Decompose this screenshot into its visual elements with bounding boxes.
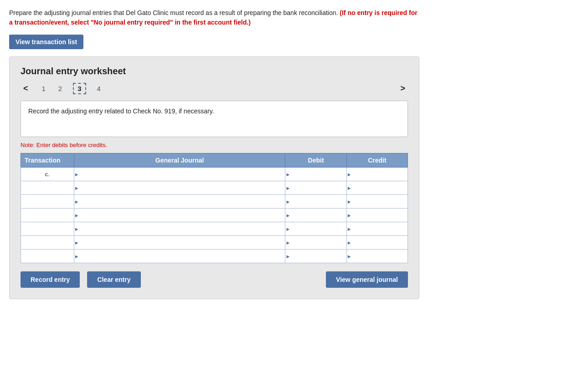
intro-main-text: Prepare the adjusting journal entries th… xyxy=(9,9,338,16)
arrow-icon-4: ► xyxy=(74,213,79,218)
transaction-cell-6 xyxy=(21,236,74,250)
debit-input-2[interactable] xyxy=(285,183,346,193)
general-journal-cell-6[interactable]: ► xyxy=(74,236,285,250)
debit-arrow-icon-4: ► xyxy=(285,213,290,218)
credit-input-2[interactable] xyxy=(347,183,407,193)
worksheet-container: Journal entry worksheet < 1 2 3 4 > Reco… xyxy=(9,56,419,299)
credit-arrow-icon-2: ► xyxy=(347,185,352,191)
tab-3-active[interactable]: 3 xyxy=(73,83,86,94)
gj-input-1[interactable] xyxy=(74,169,285,179)
journal-table: Transaction General Journal Debit Credit… xyxy=(21,153,408,263)
table-row: ► ► ► xyxy=(21,250,408,263)
general-journal-cell-1[interactable]: ► xyxy=(74,168,285,181)
credit-arrow-icon-5: ► xyxy=(347,226,352,232)
debit-input-7[interactable] xyxy=(285,251,346,261)
tab-1[interactable]: 1 xyxy=(40,84,47,93)
general-journal-cell-4[interactable]: ► xyxy=(74,209,285,222)
tab-4[interactable]: 4 xyxy=(95,84,103,93)
entry-description-box: Record the adjusting entry related to Ch… xyxy=(21,101,408,137)
general-journal-cell-7[interactable]: ► xyxy=(74,250,285,263)
debit-cell-7[interactable]: ► xyxy=(285,250,346,263)
debit-arrow-icon-7: ► xyxy=(285,254,290,259)
gj-input-6[interactable] xyxy=(74,237,285,248)
credit-arrow-icon-7: ► xyxy=(347,254,352,259)
credit-cell-7[interactable]: ► xyxy=(346,250,407,263)
view-transaction-button[interactable]: View transaction list xyxy=(9,35,83,49)
credit-cell-4[interactable]: ► xyxy=(346,209,407,222)
debit-cell-4[interactable]: ► xyxy=(285,209,346,222)
debit-cell-1[interactable]: ► xyxy=(285,168,346,181)
clear-entry-button[interactable]: Clear entry xyxy=(87,271,140,288)
credit-cell-2[interactable]: ► xyxy=(346,181,407,195)
transaction-cell-7 xyxy=(21,250,74,263)
col-header-credit: Credit xyxy=(346,153,407,168)
tab-2[interactable]: 2 xyxy=(57,84,64,93)
credit-arrow-icon-4: ► xyxy=(347,213,352,218)
credit-cell-1[interactable]: ► xyxy=(346,168,407,181)
gj-input-4[interactable] xyxy=(74,210,285,220)
transaction-cell-2 xyxy=(21,181,74,195)
debit-cell-6[interactable]: ► xyxy=(285,236,346,250)
debit-arrow-icon-6: ► xyxy=(285,240,290,245)
credit-cell-3[interactable]: ► xyxy=(346,195,407,209)
prev-tab-button[interactable]: < xyxy=(21,83,31,94)
arrow-icon-7: ► xyxy=(74,254,79,259)
table-row: c. ► ► ► xyxy=(21,168,408,181)
credit-arrow-icon-6: ► xyxy=(347,240,352,245)
debit-input-5[interactable] xyxy=(285,224,346,234)
debit-cell-3[interactable]: ► xyxy=(285,195,346,209)
transaction-cell-5 xyxy=(21,222,74,236)
gj-input-7[interactable] xyxy=(74,251,285,261)
credit-arrow-icon-3: ► xyxy=(347,199,352,204)
debit-arrow-icon-1: ► xyxy=(285,172,290,177)
debit-arrow-icon-3: ► xyxy=(285,199,290,204)
table-row: ► ► ► xyxy=(21,209,408,222)
general-journal-cell-2[interactable]: ► xyxy=(74,181,285,195)
tab-navigation: < 1 2 3 4 > xyxy=(21,83,408,94)
table-row: ► ► ► xyxy=(21,195,408,209)
col-header-transaction: Transaction xyxy=(21,153,74,168)
gj-input-2[interactable] xyxy=(74,183,285,193)
debit-cell-2[interactable]: ► xyxy=(285,181,346,195)
credit-input-7[interactable] xyxy=(347,251,407,261)
debit-input-1[interactable] xyxy=(285,169,346,179)
arrow-icon-6: ► xyxy=(74,240,79,245)
debit-arrow-icon-5: ► xyxy=(285,226,290,232)
debit-input-3[interactable] xyxy=(285,196,346,207)
intro-paragraph: Prepare the adjusting journal entries th… xyxy=(9,8,419,27)
credit-input-5[interactable] xyxy=(347,224,407,234)
worksheet-title: Journal entry worksheet xyxy=(21,66,408,76)
col-header-general-journal: General Journal xyxy=(74,153,285,168)
bottom-buttons: Record entry Clear entry View general jo… xyxy=(21,271,408,288)
view-general-journal-button[interactable]: View general journal xyxy=(326,271,408,288)
record-entry-button[interactable]: Record entry xyxy=(21,271,80,288)
note-text: Note: Enter debits before credits. xyxy=(21,142,408,148)
arrow-icon-3: ► xyxy=(74,199,79,204)
debit-cell-5[interactable]: ► xyxy=(285,222,346,236)
credit-input-6[interactable] xyxy=(347,237,407,248)
arrow-icon-2: ► xyxy=(74,185,79,191)
arrow-icon-1: ► xyxy=(74,172,79,177)
credit-input-3[interactable] xyxy=(347,196,407,207)
debit-input-6[interactable] xyxy=(285,237,346,248)
transaction-cell-3 xyxy=(21,195,74,209)
transaction-cell-4 xyxy=(21,209,74,222)
gj-input-5[interactable] xyxy=(74,224,285,234)
credit-input-4[interactable] xyxy=(347,210,407,220)
entry-description-text: Record the adjusting entry related to Ch… xyxy=(28,107,214,115)
arrow-icon-5: ► xyxy=(74,226,79,232)
credit-arrow-icon-1: ► xyxy=(347,172,352,177)
general-journal-cell-5[interactable]: ► xyxy=(74,222,285,236)
debit-arrow-icon-2: ► xyxy=(285,185,290,191)
credit-cell-6[interactable]: ► xyxy=(346,236,407,250)
next-tab-button[interactable]: > xyxy=(397,83,408,94)
debit-input-4[interactable] xyxy=(285,210,346,220)
credit-input-1[interactable] xyxy=(347,169,407,179)
table-row: ► ► ► xyxy=(21,181,408,195)
general-journal-cell-3[interactable]: ► xyxy=(74,195,285,209)
transaction-cell-1: c. xyxy=(21,168,74,181)
table-row: ► ► ► xyxy=(21,222,408,236)
col-header-debit: Debit xyxy=(285,153,346,168)
credit-cell-5[interactable]: ► xyxy=(346,222,407,236)
gj-input-3[interactable] xyxy=(74,196,285,207)
